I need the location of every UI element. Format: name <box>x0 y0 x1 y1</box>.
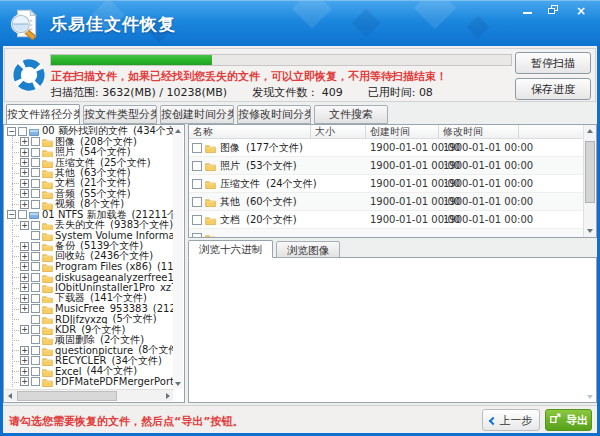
checkbox[interactable] <box>31 315 40 324</box>
column-size[interactable]: 大小 <box>311 125 366 138</box>
scrollbar-thumb[interactable] <box>17 391 117 401</box>
tab-by-file-type[interactable]: 按文件类型分类 <box>83 105 157 124</box>
tab-browse-hex[interactable]: 浏览十六进制 <box>188 240 273 258</box>
tab-by-create-time[interactable]: 按创建时间分类 <box>160 105 234 124</box>
save-progress-button[interactable]: 保存进度 <box>515 78 591 100</box>
tree-item[interactable]: +视频(8个文件) <box>5 199 173 209</box>
table-row[interactable] <box>189 229 583 237</box>
column-modified[interactable]: 修改时间 <box>439 125 519 138</box>
tree-item[interactable]: +音频(55个文件) <box>5 189 173 199</box>
export-button[interactable]: 导出 <box>545 409 592 431</box>
checkbox[interactable] <box>31 148 40 157</box>
expand-icon[interactable]: + <box>20 346 29 355</box>
checkbox[interactable] <box>31 294 40 303</box>
checkbox[interactable] <box>31 158 40 167</box>
tree-item[interactable]: RDJjfzyxzq(5个文件) <box>5 314 173 324</box>
checkbox[interactable] <box>18 127 27 136</box>
tree-item[interactable]: +回收站(2436个文件) <box>5 251 173 261</box>
expand-icon[interactable]: + <box>20 273 29 282</box>
expand-icon[interactable]: + <box>20 158 29 167</box>
tree-item[interactable]: +其他(63个文件) <box>5 168 173 178</box>
table-vertical-scrollbar[interactable] <box>583 125 596 237</box>
checkbox[interactable] <box>31 304 40 313</box>
expand-icon[interactable]: + <box>20 283 29 292</box>
column-name[interactable]: 名称 <box>189 125 311 138</box>
checkbox[interactable] <box>31 242 40 251</box>
checkbox[interactable] <box>31 231 40 240</box>
checkbox[interactable] <box>192 233 202 238</box>
collapse-icon[interactable]: − <box>7 210 16 219</box>
expand-icon[interactable]: + <box>20 356 29 365</box>
checkbox[interactable] <box>31 335 40 344</box>
checkbox[interactable] <box>31 252 40 261</box>
tree-item[interactable]: +下载器(141个文件) <box>5 293 173 303</box>
checkbox[interactable] <box>31 221 40 230</box>
tree-item[interactable]: +Program Files (x86)(11个文件) <box>5 262 173 272</box>
tree-vertical-scrollbar[interactable] <box>173 126 183 389</box>
table-row[interactable]: 压缩文件(24个文件)1900-01-01 00:001900-01-01 00… <box>189 175 583 193</box>
scrollbar-thumb[interactable] <box>585 141 595 203</box>
checkbox[interactable] <box>31 262 40 271</box>
tree-item[interactable]: +压缩文件(25个文件) <box>5 157 173 167</box>
tree-item[interactable]: +照片(54个文件) <box>5 147 173 157</box>
back-button[interactable]: 上一步 <box>482 409 540 431</box>
checkbox[interactable] <box>31 137 40 146</box>
tree-item[interactable]: +diskusageanalyzerfree19(23个 <box>5 272 173 282</box>
tree-item[interactable]: +RECYCLER(34个文件) <box>5 356 173 366</box>
expand-icon[interactable]: + <box>20 189 29 198</box>
expand-icon[interactable]: + <box>20 252 29 261</box>
expand-icon[interactable]: + <box>20 168 29 177</box>
expand-icon[interactable]: + <box>20 179 29 188</box>
tree-item[interactable]: +MusicFree_953383(2121个文 <box>5 303 173 313</box>
expand-icon[interactable]: + <box>20 377 29 386</box>
checkbox[interactable] <box>31 179 40 188</box>
tree-item[interactable]: +丢失的文件(9383个文件) <box>5 220 173 230</box>
restore-button[interactable] <box>547 4 561 17</box>
expand-icon[interactable]: + <box>20 148 29 157</box>
checkbox[interactable] <box>31 168 40 177</box>
tree-item[interactable]: System Volume Information(8个 <box>5 230 173 240</box>
checkbox[interactable] <box>192 143 202 153</box>
tree-item[interactable]: +questionpicture(8个文件) <box>5 345 173 355</box>
tree-item[interactable]: +Excel(44个文件) <box>5 366 173 376</box>
expand-icon[interactable]: + <box>20 137 29 146</box>
checkbox[interactable] <box>31 200 40 209</box>
checkbox[interactable] <box>192 215 202 225</box>
collapse-icon[interactable]: − <box>7 127 16 136</box>
column-created[interactable]: 创建时间 <box>366 125 439 138</box>
close-button[interactable]: × <box>574 4 588 17</box>
table-row[interactable]: 图像(177个文件)1900-01-01 00:001900-01-01 00:… <box>189 139 583 157</box>
table-row[interactable]: 照片(53个文件)1900-01-01 00:001900-01-01 00:0… <box>189 157 583 175</box>
tree-item[interactable]: +PDFMatePDFMergerPortable(1 <box>5 377 173 387</box>
tree-item[interactable]: −00 额外找到的文件(434个文件) <box>5 126 173 136</box>
expand-icon[interactable]: + <box>20 325 29 334</box>
minimize-button[interactable] <box>520 4 534 17</box>
expand-icon[interactable]: + <box>20 221 29 230</box>
tree-item[interactable]: +图像(208个文件) <box>5 136 173 146</box>
tree-item[interactable]: 顽固删除(2个文件) <box>5 335 173 345</box>
checkbox[interactable] <box>31 377 40 386</box>
tab-file-search[interactable]: 文件搜索 <box>314 105 388 124</box>
expand-icon[interactable]: + <box>20 367 29 376</box>
checkbox[interactable] <box>31 367 40 376</box>
checkbox[interactable] <box>31 325 40 334</box>
tree-item[interactable]: +IObitUninstaller1Pro_xz7.com( <box>5 283 173 293</box>
checkbox[interactable] <box>192 179 202 189</box>
checkbox[interactable] <box>31 273 40 282</box>
tab-by-modify-time[interactable]: 按修改时间分类 <box>237 105 311 124</box>
tree-item[interactable]: +备份(5139个文件) <box>5 241 173 251</box>
checkbox[interactable] <box>31 283 40 292</box>
tree-item[interactable]: −01 NTFS 新加载卷(21211个文件 <box>5 210 173 220</box>
expand-icon[interactable]: + <box>20 200 29 209</box>
tree-item[interactable]: +文档(21个文件) <box>5 178 173 188</box>
table-row[interactable]: 其他(60个文件)1900-01-01 00:001900-01-01 00:0… <box>189 193 583 211</box>
checkbox[interactable] <box>18 210 27 219</box>
tab-browse-image[interactable]: 浏览图像 <box>276 241 340 258</box>
tree-horizontal-scrollbar[interactable] <box>5 389 173 401</box>
checkbox[interactable] <box>192 197 202 207</box>
tree-item[interactable]: +KDR(9个文件) <box>5 324 173 334</box>
expand-icon[interactable]: + <box>20 294 29 303</box>
checkbox[interactable] <box>31 356 40 365</box>
table-row[interactable]: 文档(20个文件)1900-01-01 00:001900-01-01 00:0… <box>189 211 583 229</box>
checkbox[interactable] <box>31 189 40 198</box>
